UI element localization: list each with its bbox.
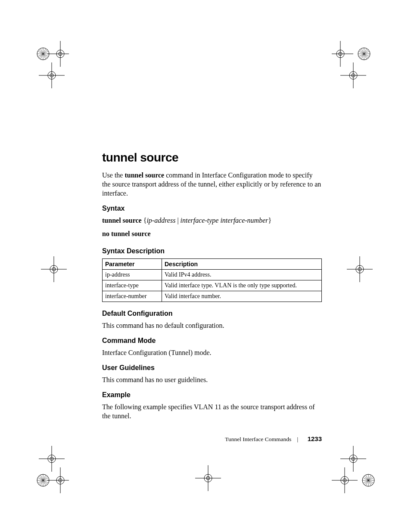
syntax-sep: | bbox=[175, 217, 180, 224]
svg-line-8 bbox=[40, 49, 46, 59]
table-cell-param: interface-number bbox=[103, 291, 162, 302]
registration-mark-top-right bbox=[332, 37, 383, 88]
svg-line-27 bbox=[359, 51, 369, 56]
example-heading: Example bbox=[102, 391, 322, 399]
syntax-desc-table: Parameter Description ip-address Valid I… bbox=[102, 258, 322, 302]
svg-line-6 bbox=[38, 51, 48, 56]
svg-line-4 bbox=[39, 50, 47, 58]
svg-line-53 bbox=[40, 475, 46, 485]
svg-point-15 bbox=[48, 72, 56, 79]
svg-point-40 bbox=[356, 265, 364, 273]
svg-line-3 bbox=[39, 50, 47, 58]
svg-line-51 bbox=[38, 478, 48, 483]
user-guidelines-body: This command has no user guidelines. bbox=[102, 375, 322, 384]
svg-point-45 bbox=[50, 457, 53, 460]
svg-point-44 bbox=[48, 455, 56, 463]
svg-point-58 bbox=[59, 479, 62, 482]
table-cell-desc: Valid IPv4 address. bbox=[162, 269, 322, 280]
svg-line-75 bbox=[364, 476, 373, 485]
registration-mark-bottom-center bbox=[193, 463, 223, 493]
registration-mark-mid-right bbox=[345, 254, 375, 284]
svg-point-69 bbox=[341, 476, 349, 484]
table-row: interface-type Valid interface type. VLA… bbox=[103, 280, 322, 291]
svg-line-50 bbox=[39, 476, 47, 485]
svg-point-57 bbox=[56, 476, 64, 484]
svg-point-36 bbox=[50, 265, 58, 273]
svg-point-70 bbox=[343, 479, 346, 482]
svg-point-0 bbox=[37, 48, 49, 60]
svg-line-26 bbox=[359, 51, 369, 56]
svg-point-41 bbox=[358, 268, 361, 271]
svg-point-46 bbox=[37, 474, 49, 486]
syntax-line-1: tunnel source {ip-address | interface-ty… bbox=[102, 216, 322, 225]
table-row: ip-address Valid IPv4 address. bbox=[103, 269, 322, 280]
footer-separator: | bbox=[297, 436, 299, 442]
command-mode-body: Interface Configuration (Tunnel) mode. bbox=[102, 348, 322, 357]
footer-page-number: 1233 bbox=[308, 435, 322, 442]
svg-point-37 bbox=[52, 268, 56, 271]
svg-line-49 bbox=[39, 476, 47, 485]
default-config-body: This command has no default configuratio… bbox=[102, 321, 322, 330]
page-footer: Tunnel Interface Commands | 1233 bbox=[102, 435, 322, 443]
svg-point-21 bbox=[358, 48, 370, 60]
table-cell-param: ip-address bbox=[103, 269, 162, 280]
svg-line-79 bbox=[366, 475, 371, 485]
syntax-desc-heading: Syntax Description bbox=[102, 247, 322, 255]
syntax-p2: interface-type interface-number bbox=[181, 217, 268, 224]
svg-point-65 bbox=[349, 455, 357, 463]
syntax-heading: Syntax bbox=[102, 205, 322, 212]
registration-mark-bottom-right bbox=[332, 446, 388, 498]
command-mode-heading: Command Mode bbox=[102, 337, 322, 345]
page: tunnel source Use the tunnel source comm… bbox=[0, 0, 411, 532]
table-header-description: Description bbox=[162, 258, 322, 269]
svg-point-12 bbox=[59, 52, 62, 56]
default-config-heading: Default Configuration bbox=[102, 310, 322, 317]
svg-point-11 bbox=[56, 50, 64, 58]
svg-point-19 bbox=[336, 50, 344, 58]
table-cell-param: interface-type bbox=[103, 280, 162, 291]
svg-line-24 bbox=[360, 50, 368, 58]
syntax-p1: ip-address bbox=[146, 217, 175, 224]
syntax-close: } bbox=[268, 217, 272, 224]
svg-point-33 bbox=[352, 74, 355, 77]
svg-point-62 bbox=[206, 476, 210, 480]
command-heading: tunnel source bbox=[102, 151, 322, 165]
svg-line-54 bbox=[40, 475, 46, 485]
table-cell-desc: Valid interface number. bbox=[162, 291, 322, 302]
svg-line-52 bbox=[38, 478, 48, 483]
svg-point-16 bbox=[50, 74, 53, 77]
svg-line-77 bbox=[363, 478, 374, 483]
user-guidelines-heading: User Guidelines bbox=[102, 364, 322, 372]
svg-line-28 bbox=[361, 49, 367, 59]
registration-mark-top-left bbox=[26, 37, 69, 88]
syntax-no-cmd: no tunnel source bbox=[102, 230, 151, 237]
svg-line-25 bbox=[360, 50, 368, 58]
footer-section-name: Tunnel Interface Commands bbox=[225, 436, 291, 442]
svg-point-66 bbox=[352, 457, 355, 460]
syntax-cmd: tunnel source bbox=[102, 217, 142, 224]
registration-mark-mid-left bbox=[39, 254, 69, 284]
table-cell-desc: Valid interface type. VLAN is the only t… bbox=[162, 280, 322, 291]
syntax-open: { bbox=[142, 217, 147, 224]
intro-prefix: Use the bbox=[102, 171, 125, 179]
svg-line-7 bbox=[40, 49, 46, 59]
svg-point-61 bbox=[204, 474, 212, 482]
svg-point-71 bbox=[362, 474, 374, 486]
svg-line-78 bbox=[366, 475, 371, 485]
table-header-parameter: Parameter bbox=[103, 258, 162, 269]
example-body: The following example specifies VLAN 11 … bbox=[102, 402, 322, 420]
intro-paragraph: Use the tunnel source command in Interfa… bbox=[102, 171, 322, 198]
table-row: interface-number Valid interface number. bbox=[103, 291, 322, 302]
content-area: tunnel source Use the tunnel source comm… bbox=[102, 151, 322, 427]
svg-point-32 bbox=[349, 72, 357, 79]
svg-line-76 bbox=[363, 478, 374, 483]
svg-line-5 bbox=[38, 51, 48, 56]
intro-cmd: tunnel source bbox=[125, 171, 164, 179]
syntax-line-2: no tunnel source bbox=[102, 229, 322, 238]
svg-point-20 bbox=[339, 52, 342, 56]
svg-line-29 bbox=[361, 49, 367, 59]
registration-mark-bottom-left bbox=[26, 446, 69, 498]
svg-line-74 bbox=[364, 476, 373, 485]
